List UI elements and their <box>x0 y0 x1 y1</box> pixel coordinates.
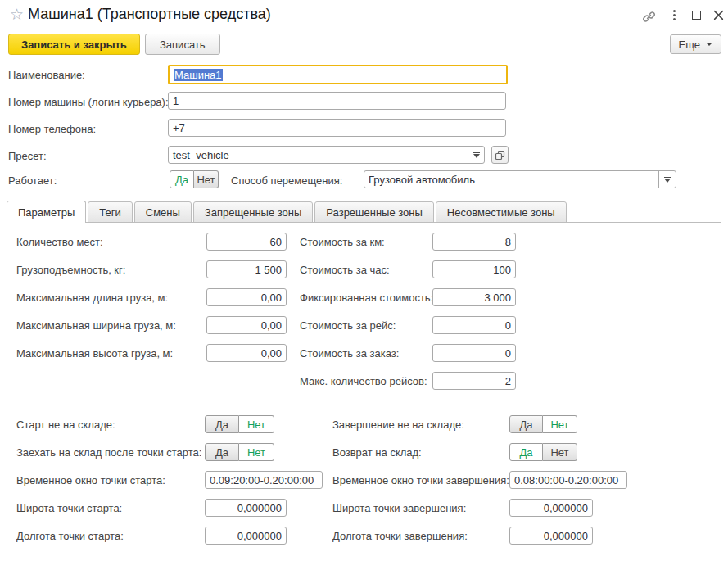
works-toggle[interactable]: Да Нет <box>170 170 219 188</box>
cost-per-km-label: Стоимость за км: <box>300 236 385 248</box>
works-no-option[interactable]: Нет <box>194 170 219 188</box>
seats-count-input[interactable]: 60 <box>206 233 287 251</box>
name-input[interactable]: Машина1 <box>168 65 508 84</box>
chevron-down-icon <box>706 43 712 46</box>
cost-per-km-input[interactable]: 8 <box>432 233 516 251</box>
finish-longitude-input[interactable]: 0,000000 <box>509 527 593 545</box>
favorite-star-icon[interactable]: ☆ <box>10 7 24 22</box>
visit-depot-after-start-toggle[interactable]: Да Нет <box>205 443 274 461</box>
save-button[interactable]: Записать <box>145 34 220 55</box>
more-menu-kebab-icon[interactable] <box>671 8 677 22</box>
max-cargo-height-input[interactable]: 0,00 <box>206 344 287 362</box>
cost-per-trip-input[interactable]: 0 <box>432 316 516 334</box>
tab-forbidden-zones[interactable]: Запрещенные зоны <box>193 201 313 223</box>
max-cargo-width-input[interactable]: 0,00 <box>206 316 287 334</box>
start-latitude-input[interactable]: 0,000000 <box>205 499 287 517</box>
capacity-kg-input[interactable]: 1 500 <box>206 260 287 278</box>
visit-depot-after-start-yes-option[interactable]: Да <box>205 443 239 461</box>
tab-parameters[interactable]: Параметры <box>7 201 86 223</box>
copy-link-icon[interactable] <box>640 8 657 25</box>
start-longitude-label: Долгота точки старта: <box>16 530 124 542</box>
start-not-on-depot-no-option[interactable]: Нет <box>239 415 274 433</box>
works-yes-option[interactable]: Да <box>170 170 194 188</box>
finish-latitude-label: Широта точки завершения: <box>332 502 466 514</box>
maximize-icon[interactable] <box>692 11 701 20</box>
start-not-on-depot-yes-option[interactable]: Да <box>205 415 239 433</box>
fixed-cost-label: Фиксированная стоимость: <box>300 292 433 304</box>
return-to-depot-no-option[interactable]: Нет <box>543 443 577 461</box>
save-and-close-button[interactable]: Записать и закрыть <box>8 34 140 55</box>
preset-open-button[interactable] <box>491 146 509 164</box>
seats-count-label: Количество мест: <box>16 236 103 248</box>
tab-incompatible-zones[interactable]: Несовместимые зоны <box>436 201 567 223</box>
visit-depot-after-start-label: Заехать на склад после точки старта: <box>16 446 201 459</box>
preset-label: Пресет: <box>8 150 47 162</box>
movement-dropdown-button[interactable] <box>658 171 676 188</box>
courier-login-input[interactable]: 1 <box>168 92 506 110</box>
return-to-depot-toggle[interactable]: Да Нет <box>509 443 577 461</box>
max-cargo-length-label: Максимальная длина груза, м: <box>16 292 168 304</box>
tab-bar: Параметры Теги Смены Запрещенные зоны Ра… <box>7 201 567 223</box>
cost-per-order-label: Стоимость за заказ: <box>300 347 399 360</box>
window-title: Машина1 (Транспортные средства) <box>28 6 271 23</box>
start-time-window-label: Временное окно точки старта: <box>16 474 165 486</box>
return-to-depot-label: Возврат на склад: <box>332 446 422 459</box>
visit-depot-after-start-no-option[interactable]: Нет <box>239 443 274 461</box>
start-time-window-input[interactable]: 0.09:20:00-0.20:00:00 <box>205 471 323 489</box>
dropdown-arrow-icon <box>664 177 671 183</box>
cost-per-order-input[interactable]: 0 <box>432 344 516 362</box>
open-item-icon <box>495 150 505 161</box>
start-not-on-depot-label: Старт не на складе: <box>16 418 115 431</box>
max-trips-input[interactable]: 2 <box>432 372 516 390</box>
cost-per-trip-label: Стоимость за рейс: <box>300 319 396 332</box>
max-cargo-height-label: Максимальная высота груза, м: <box>16 347 173 360</box>
fixed-cost-input[interactable]: 3 000 <box>432 288 516 306</box>
finish-time-window-label: Временное окно точки завершения: <box>332 474 509 486</box>
finish-not-on-depot-toggle[interactable]: Да Нет <box>509 415 577 433</box>
tab-tags[interactable]: Теги <box>88 201 132 223</box>
start-longitude-input[interactable]: 0,000000 <box>205 527 287 545</box>
return-to-depot-yes-option[interactable]: Да <box>509 443 543 461</box>
max-cargo-width-label: Максимальная ширина груза, м: <box>16 319 176 332</box>
close-icon[interactable] <box>712 9 724 20</box>
movement-type-combobox[interactable]: Грузовой автомобиль <box>364 170 676 188</box>
name-value-selected-text: Машина1 <box>174 69 223 81</box>
max-trips-label: Макс. количество рейсов: <box>300 375 427 387</box>
cost-per-hour-input[interactable]: 100 <box>432 260 516 278</box>
preset-combobox[interactable]: test_vehicle <box>168 146 485 164</box>
finish-not-on-depot-yes-option[interactable]: Да <box>509 415 543 433</box>
works-label: Работает: <box>8 174 57 187</box>
phone-input[interactable]: +7 <box>168 119 506 137</box>
finish-time-window-input[interactable]: 0.08:00:00-0.20:00:00 <box>509 471 627 489</box>
phone-label: Номер телефона: <box>8 123 96 135</box>
cost-per-hour-label: Стоимость за час: <box>300 264 390 276</box>
capacity-kg-label: Грузоподъемность, кг: <box>16 264 125 276</box>
preset-dropdown-button[interactable] <box>468 147 484 163</box>
courier-login-label: Номер машины (логин курьера): <box>8 96 169 108</box>
finish-not-on-depot-no-option[interactable]: Нет <box>543 415 577 433</box>
finish-latitude-input[interactable]: 0,000000 <box>509 499 593 517</box>
more-button[interactable]: Еще <box>670 34 721 54</box>
movement-type-label: Способ перемещения: <box>231 174 342 187</box>
start-latitude-label: Широта точки старта: <box>16 502 122 514</box>
start-not-on-depot-toggle[interactable]: Да Нет <box>205 415 274 433</box>
tab-shifts[interactable]: Смены <box>134 201 192 223</box>
finish-longitude-label: Долгота точки завершения: <box>332 530 468 542</box>
tab-allowed-zones[interactable]: Разрешенные зоны <box>314 201 434 223</box>
name-label: Наименование: <box>8 69 85 81</box>
finish-not-on-depot-label: Завершение не на складе: <box>332 418 464 431</box>
max-cargo-length-input[interactable]: 0,00 <box>206 288 287 306</box>
dropdown-arrow-icon <box>473 152 480 158</box>
